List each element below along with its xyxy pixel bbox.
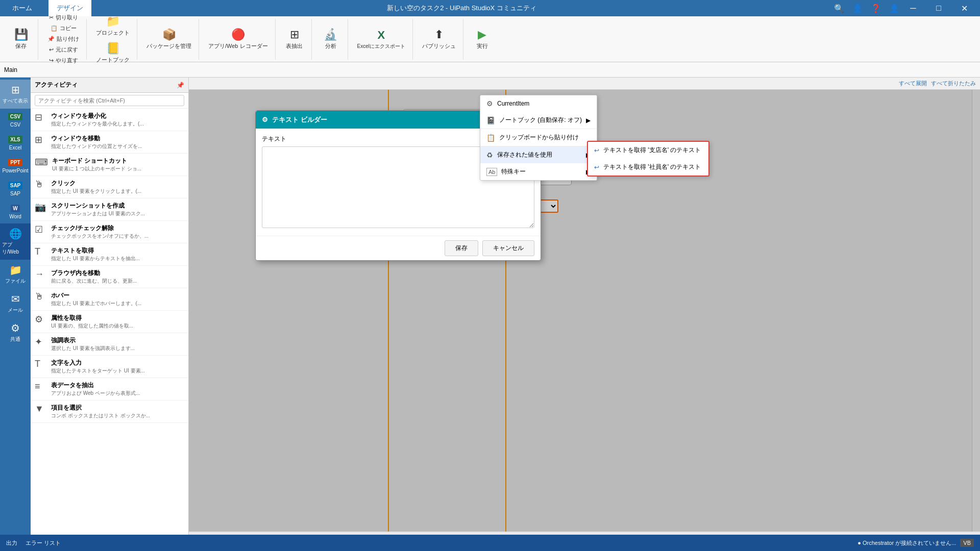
activity-item-getattr[interactable]: ⚙ 属性を取得 UI 要素の、指定した属性の値を取... [31, 311, 188, 333]
common-nav-icon: ⚙ [11, 322, 20, 334]
clipboard-icon: 📋 [486, 134, 495, 142]
activity-item-hover[interactable]: 🖱 ホバー 指定した UI 要素上でホバーします。(... [31, 288, 188, 311]
toolbar-recorder-group: 🔴 アプリ/Web レコーダー [201, 19, 276, 60]
excel-export-button[interactable]: X Excelにエクスポート [354, 27, 408, 52]
run-button[interactable]: ▶ 実行 [470, 26, 495, 52]
search-input[interactable] [35, 95, 184, 106]
activity-item-extracttable[interactable]: ≡ 表データを抽出 アプリおよび Web ページから表形式... [31, 378, 188, 400]
notebook-arrow-icon: ▶ [586, 117, 591, 124]
notebook-icon: 📓 [486, 116, 495, 124]
help-icon[interactable]: ❓ [869, 2, 883, 15]
context-item-savedvalue[interactable]: ♻ 保存された値を使用 ▶ [480, 146, 597, 163]
nav-file[interactable]: 📁 ファイル [0, 260, 31, 289]
paste-button[interactable]: 📌 貼り付け [44, 34, 82, 44]
activity-item-check[interactable]: ☑ チェック/チェック解除 チェックボックスをオン/オフにするか、... [31, 221, 188, 243]
sidebar-title: アクティビティ [35, 81, 78, 89]
publish-button[interactable]: ⬆ パブリッシュ [419, 26, 459, 52]
collapse-all-button[interactable]: すべて折りたたみ [931, 80, 976, 87]
context-menu: ⚙ CurrentItem 📓 ノートブック (自動保存: オフ) ▶ 📋 ク [480, 95, 597, 181]
csv-icon: CSV [8, 113, 23, 120]
appweb-button[interactable]: 🔴 アプリ/Web レコーダー [205, 26, 271, 52]
activity-item-gettext[interactable]: T テキストを取得 指定した UI 要素からテキストを抽出... [31, 243, 188, 266]
nav-common[interactable]: ⚙ 共通 [0, 318, 31, 347]
nav-csv[interactable]: CSV CSV [0, 109, 31, 132]
project-button[interactable]: 📁 プロジェクト [93, 13, 133, 39]
sidebar: アクティビティ 📌 ⊟ ウィンドウを最小化 指定したウィンドウを最小化します。(… [31, 78, 189, 535]
maximize-button[interactable]: □ [927, 0, 950, 16]
sidebar-pin-icon[interactable]: 📌 [177, 82, 184, 89]
context-item-clipboard[interactable]: 📋 クリップボードから貼り付け [480, 129, 597, 146]
toolbar-analyze-group: 🔬 分析 [314, 19, 348, 60]
sub-item-branch[interactable]: ↩ テキストを取得 '支店名' のテキスト [588, 142, 708, 159]
window-controls: ─ □ ✕ [901, 0, 976, 16]
status-right: ● Orchestrator が接続されていません... VB [857, 539, 974, 547]
sub-item-employee[interactable]: ↩ テキストを取得 '社員名' のテキスト [588, 159, 708, 176]
selectitem-activity-icon: ▼ [35, 404, 47, 414]
redo-button[interactable]: ↪ やり直す [46, 56, 81, 65]
savedvalue-icon: ♻ [486, 151, 493, 159]
search-icon[interactable]: 🔍 [832, 2, 846, 15]
nav-all[interactable]: ⊞ すべて表示 [0, 80, 31, 109]
sidebar-content: ⊟ ウィンドウを最小化 指定したウィンドウを最小化します。(... ⊞ ウィンド… [31, 109, 188, 535]
activity-item-highlight[interactable]: ✦ 強調表示 選択した UI 要素を強調表示します... [31, 333, 188, 356]
output-tab[interactable]: 出力 [6, 539, 17, 547]
activity-item-keyboard[interactable]: ⌨ キーボード ショートカット UI 要素に 1 つ以上のキーボード ショ... [31, 154, 188, 176]
ppt-icon: PPT [8, 159, 22, 166]
undo-button[interactable]: ↩ 元に戻す [46, 45, 81, 55]
dialog-title: テキスト ビルダー [272, 115, 327, 124]
activity-item-move[interactable]: ⊞ ウィンドウを移動 指定したウィンドウの位置とサイズを... [31, 131, 188, 154]
activity-item-minimize[interactable]: ⊟ ウィンドウを最小化 指定したウィンドウを最小化します。(... [31, 109, 188, 131]
context-item-specialkey[interactable]: Ab 特殊キー ▶ [480, 163, 597, 180]
nav-excel[interactable]: XLS Excel [0, 132, 31, 155]
nav-sap[interactable]: SAP SAP [0, 178, 31, 201]
extract-button[interactable]: ⊞ 表抽出 [282, 26, 307, 52]
breadcrumb-bar: Main [0, 62, 980, 78]
publish-icon: ⬆ [434, 28, 444, 41]
activity-item-selectitem[interactable]: ▼ 項目を選択 コンボ ボックスまたはリスト ボックスか... [31, 400, 188, 423]
window-title: 新しい空のタスク2 - UiPath StudioX コミュニティ [91, 4, 832, 13]
analyze-button[interactable]: 🔬 分析 [318, 26, 344, 52]
copy-button[interactable]: 📋 コピー [47, 23, 80, 33]
notebook-button[interactable]: 📒 ノートブック [93, 40, 133, 66]
account-icon[interactable]: 👤 [850, 2, 865, 15]
nav-word[interactable]: W Word [0, 201, 31, 223]
dialog-save-button[interactable]: 保存 [445, 240, 478, 256]
sub-context-menu: ↩ テキストを取得 '支店名' のテキスト ↩ テキストを取得 '社員名' のテ… [587, 141, 709, 177]
activity-item-navigate[interactable]: → ブラウザ内を移動 前に戻る、次に進む、閉じる、更新... [31, 266, 188, 288]
activity-item-click[interactable]: 🖱 クリック 指定した UI 要素をクリックします。(... [31, 176, 188, 198]
dialog-icon: ⚙ [262, 116, 268, 123]
sidebar-header: アクティビティ 📌 [31, 78, 188, 93]
nav-ppt[interactable]: PPT PowerPoint [0, 155, 31, 178]
package-button[interactable]: 📦 パッケージを管理 [143, 26, 194, 52]
activity-item-typetext[interactable]: T 文字を入力 指定したテキストをターゲット UI 要素... [31, 356, 188, 378]
navigate-activity-icon: → [35, 269, 47, 280]
user-icon[interactable]: 👤 [887, 2, 901, 15]
close-button[interactable]: ✕ [952, 0, 976, 16]
title-bar: ホーム デザイン 新しい空のタスク2 - UiPath StudioX コミュニ… [0, 0, 980, 16]
cut-icon: ✂ [49, 14, 54, 21]
minimize-button[interactable]: ─ [901, 0, 925, 16]
vb-badge[interactable]: VB [960, 539, 974, 547]
save-button[interactable]: 💾 保存 [8, 26, 34, 52]
specialkey-icon: Ab [486, 168, 497, 176]
tab-home[interactable]: ホーム [4, 0, 40, 16]
context-item-notebook[interactable]: 📓 ノートブック (自動保存: オフ) ▶ [480, 112, 597, 129]
undo-icon: ↩ [49, 46, 54, 53]
paste-icon: 📌 [47, 36, 55, 42]
context-item-currentitem[interactable]: ⚙ CurrentItem [480, 95, 597, 112]
nav-mail[interactable]: ✉ メール [0, 289, 31, 318]
redo-icon: ↪ [49, 57, 54, 64]
expand-all-button[interactable]: すべて展開 [899, 80, 927, 87]
dialog-cancel-button[interactable]: キャンセル [482, 240, 534, 256]
nav-appweb[interactable]: 🌐 アプリ/Web [0, 223, 31, 260]
main-layout: ⊞ すべて表示 CSV CSV XLS Excel PPT PowerPoint… [0, 78, 980, 535]
save-icon: 💾 [14, 28, 28, 41]
toolbar: 💾 保存 ✂ 切り取り 📋 コピー 📌 貼り付け ↩ 元に戻す ↪ やり直す 📁… [0, 16, 980, 62]
activity-item-screenshot[interactable]: 📷 スクリーンショットを作成 アプリケーションまたは UI 要素のスク... [31, 198, 188, 221]
toolbar-excel-group: X Excelにエクスポート [350, 19, 413, 60]
analyze-icon: 🔬 [324, 28, 337, 41]
title-icons: 🔍 👤 ❓ 👤 [832, 2, 901, 15]
cut-button[interactable]: ✂ 切り取り [46, 13, 81, 22]
error-list-tab[interactable]: エラー リスト [26, 539, 61, 547]
typetext-activity-icon: T [35, 359, 47, 369]
